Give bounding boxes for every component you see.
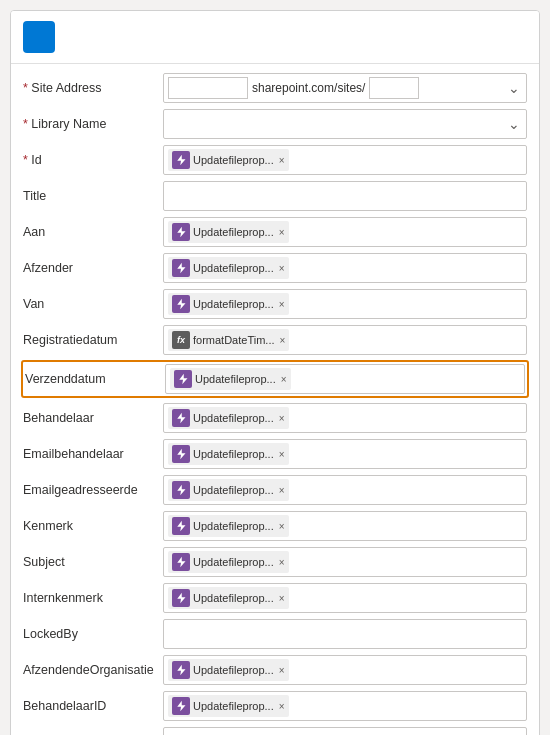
- dynamic-content-icon: [174, 370, 192, 388]
- card-body: Site Addresssharepoint.com/sites/⌄Librar…: [11, 64, 539, 735]
- label-emailgeadresseerde: Emailgeadresseerde: [23, 483, 163, 497]
- card-header: [11, 11, 539, 64]
- token-registratiedatum: fxformatDateTim...×: [168, 329, 289, 351]
- field-row-site-address: Site Addresssharepoint.com/sites/⌄: [23, 72, 527, 104]
- token-remove-button[interactable]: ×: [279, 557, 285, 568]
- label-verzenddatum: Verzenddatum: [25, 372, 165, 386]
- field-row-afzendende-organisatie: AfzendendeOrganisatieUpdatefileprop...×: [23, 654, 527, 686]
- token-remove-button[interactable]: ×: [279, 299, 285, 310]
- token-text: Updatefileprop...: [193, 484, 274, 496]
- label-van: Van: [23, 297, 163, 311]
- label-behandelaar: Behandelaar: [23, 411, 163, 425]
- token-text: Updatefileprop...: [193, 262, 274, 274]
- field-row-lockedby: LockedBy: [23, 618, 527, 650]
- input-id[interactable]: Updatefileprop...×: [163, 145, 527, 175]
- token-text: Updatefileprop...: [193, 592, 274, 604]
- token-remove-button[interactable]: ×: [281, 374, 287, 385]
- dynamic-content-icon: [172, 445, 190, 463]
- dynamic-content-icon: [172, 409, 190, 427]
- dynamic-content-icon: [172, 223, 190, 241]
- input-verzenddatum[interactable]: Updatefileprop...×: [165, 364, 525, 394]
- input-afzender[interactable]: Updatefileprop...×: [163, 253, 527, 283]
- field-row-kenmerk: KenmerkUpdatefileprop...×: [23, 510, 527, 542]
- field-row-behandelaar: BehandelaarUpdatefileprop...×: [23, 402, 527, 434]
- dynamic-content-icon: [172, 589, 190, 607]
- dynamic-content-icon: [172, 295, 190, 313]
- site-address-right-input[interactable]: [369, 77, 419, 99]
- token-remove-button[interactable]: ×: [280, 335, 286, 346]
- input-registratiedatum[interactable]: fxformatDateTim...×: [163, 325, 527, 355]
- token-emailbehandelaar: Updatefileprop...×: [168, 443, 289, 465]
- token-text: Updatefileprop...: [193, 556, 274, 568]
- field-row-registratiedatum: RegistratiedatumfxformatDateTim...×: [23, 324, 527, 356]
- token-remove-button[interactable]: ×: [279, 413, 285, 424]
- more-options-button[interactable]: [515, 35, 527, 39]
- dynamic-content-icon: [172, 151, 190, 169]
- label-emailbehandelaar: Emailbehandelaar: [23, 447, 163, 461]
- token-remove-button[interactable]: ×: [279, 593, 285, 604]
- field-row-emailbehandelaar: EmailbehandelaarUpdatefileprop...×: [23, 438, 527, 470]
- input-library-name[interactable]: ⌄: [163, 109, 527, 139]
- input-behandelaar[interactable]: Updatefileprop...×: [163, 403, 527, 433]
- token-remove-button[interactable]: ×: [279, 449, 285, 460]
- dynamic-content-icon: [172, 553, 190, 571]
- token-text: Updatefileprop...: [193, 700, 274, 712]
- field-row-aan: AanUpdatefileprop...×: [23, 216, 527, 248]
- dynamic-content-icon: [172, 697, 190, 715]
- token-text: Updatefileprop...: [193, 412, 274, 424]
- fx-icon: fx: [172, 331, 190, 349]
- label-library-name: Library Name: [23, 117, 163, 131]
- token-remove-button[interactable]: ×: [279, 263, 285, 274]
- field-row-internkenmerk: InternkenmerkUpdatefileprop...×: [23, 582, 527, 614]
- label-registratiedatum: Registratiedatum: [23, 333, 163, 347]
- input-internkenmerk[interactable]: Updatefileprop...×: [163, 583, 527, 613]
- input-afzendende-organisatie[interactable]: Updatefileprop...×: [163, 655, 527, 685]
- field-row-behandelaar-id: BehandelaarIDUpdatefileprop...×: [23, 690, 527, 722]
- dynamic-content-icon: [172, 481, 190, 499]
- token-remove-button[interactable]: ×: [279, 227, 285, 238]
- field-row-emailgeadresseerde: EmailgeadresseerdeUpdatefileprop...×: [23, 474, 527, 506]
- field-row-library-name: Library Name⌄: [23, 108, 527, 140]
- token-remove-button[interactable]: ×: [279, 485, 285, 496]
- label-subject: Subject: [23, 555, 163, 569]
- dynamic-content-icon: [172, 517, 190, 535]
- token-text: Updatefileprop...: [193, 448, 274, 460]
- input-site-address[interactable]: sharepoint.com/sites/⌄: [163, 73, 527, 103]
- token-remove-button[interactable]: ×: [279, 665, 285, 676]
- field-row-subject: SubjectUpdatefileprop...×: [23, 546, 527, 578]
- input-title[interactable]: [163, 181, 527, 211]
- label-afzendende-organisatie: AfzendendeOrganisatie: [23, 663, 163, 677]
- field-row-verzenddatum: VerzenddatumUpdatefileprop...×: [21, 360, 529, 398]
- token-afzendende-organisatie: Updatefileprop...×: [168, 659, 289, 681]
- input-kenmerk[interactable]: Updatefileprop...×: [163, 511, 527, 541]
- label-site-address: Site Address: [23, 81, 163, 95]
- token-subject: Updatefileprop...×: [168, 551, 289, 573]
- token-behandelaar-id: Updatefileprop...×: [168, 695, 289, 717]
- input-emailgeadresseerde[interactable]: Updatefileprop...×: [163, 475, 527, 505]
- field-row-id: IdUpdatefileprop...×: [23, 144, 527, 176]
- token-kenmerk: Updatefileprop...×: [168, 515, 289, 537]
- field-row-afzender: AfzenderUpdatefileprop...×: [23, 252, 527, 284]
- token-internkenmerk: Updatefileprop...×: [168, 587, 289, 609]
- field-row-van: VanUpdatefileprop...×: [23, 288, 527, 320]
- token-aan: Updatefileprop...×: [168, 221, 289, 243]
- input-emailbehandelaar[interactable]: Updatefileprop...×: [163, 439, 527, 469]
- label-lockedby: LockedBy: [23, 627, 163, 641]
- input-content-type-id[interactable]: Ontvangen Post⌄: [163, 727, 527, 735]
- token-text: Updatefileprop...: [193, 298, 274, 310]
- token-text: Updatefileprop...: [193, 226, 274, 238]
- token-remove-button[interactable]: ×: [279, 521, 285, 532]
- token-remove-button[interactable]: ×: [279, 155, 285, 166]
- label-id: Id: [23, 153, 163, 167]
- input-behandelaar-id[interactable]: Updatefileprop...×: [163, 691, 527, 721]
- dropdown-chevron-icon: ⌄: [508, 116, 520, 132]
- token-verzenddatum: Updatefileprop...×: [170, 368, 291, 390]
- input-van[interactable]: Updatefileprop...×: [163, 289, 527, 319]
- token-remove-button[interactable]: ×: [279, 701, 285, 712]
- input-subject[interactable]: Updatefileprop...×: [163, 547, 527, 577]
- input-aan[interactable]: Updatefileprop...×: [163, 217, 527, 247]
- token-behandelaar: Updatefileprop...×: [168, 407, 289, 429]
- site-address-left-input[interactable]: [168, 77, 248, 99]
- token-text: Updatefileprop...: [193, 154, 274, 166]
- input-lockedby[interactable]: [163, 619, 527, 649]
